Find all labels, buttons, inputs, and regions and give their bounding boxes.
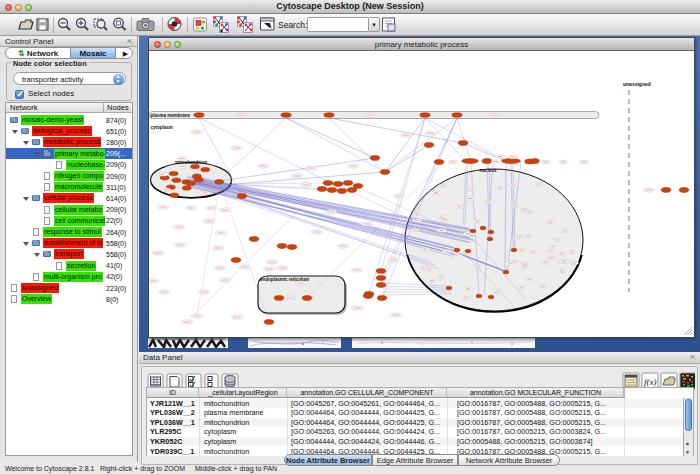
svg-text:f(x): f(x) (644, 377, 657, 387)
svg-text:cytoplasm: cytoplasm (151, 125, 173, 130)
svg-text:mitochondrion: mitochondrion (175, 160, 207, 165)
svg-text:unassigned: unassigned (623, 81, 651, 87)
svg-text:nucleus: nucleus (479, 168, 497, 173)
svg-text:plasma membrane: plasma membrane (151, 113, 191, 118)
